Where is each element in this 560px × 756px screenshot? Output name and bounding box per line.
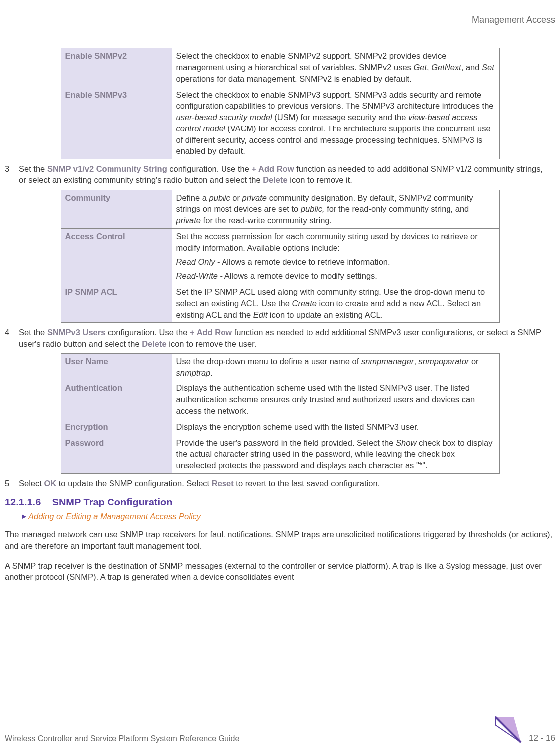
table-row: IP SNMP ACLSet the IP SNMP ACL used alon… — [61, 284, 499, 323]
step-5: 5 Select OK to update the SNMP configura… — [5, 478, 555, 489]
row-label: Enable SNMPv3 — [61, 87, 172, 159]
row-desc: Set the access permission for each commu… — [172, 229, 499, 284]
desc-paragraph: Displays the authentication scheme used … — [176, 382, 495, 416]
step-number: 4 — [5, 327, 19, 349]
bold-text: OK — [44, 479, 56, 488]
italic-text: Read-Write — [176, 271, 218, 280]
step-number: 5 — [5, 478, 19, 489]
bold-text: Reset — [212, 479, 234, 488]
row-desc: Set the IP SNMP ACL used along with comm… — [172, 284, 499, 323]
page-header: Management Access — [5, 14, 555, 26]
table-row: AuthenticationDisplays the authenticatio… — [61, 380, 499, 419]
italic-text: Set — [482, 63, 494, 72]
italic-text: snmpoperator — [419, 357, 469, 366]
italic-text: user-based security model — [176, 113, 272, 122]
row-label: Password — [61, 435, 172, 473]
breadcrumb-link[interactable]: Adding or Editing a Management Access Po… — [28, 511, 201, 522]
row-desc: Displays the encryption scheme used with… — [172, 419, 499, 435]
row-label: IP SNMP ACL — [61, 284, 172, 323]
desc-paragraph: Set the access permission for each commu… — [176, 231, 495, 253]
desc-paragraph: Displays the encryption scheme used with… — [176, 421, 495, 433]
row-label: Community — [61, 190, 172, 228]
table-snmp-enable: Enable SNMPv2Select the checkbox to enab… — [61, 48, 500, 159]
table-row: EncryptionDisplays the encryption scheme… — [61, 419, 499, 435]
table-community-string: CommunityDefine a public or private comm… — [61, 190, 500, 323]
step-4: 4 Set the SNMPv3 Users configuration. Us… — [5, 327, 555, 349]
row-label: User Name — [61, 353, 172, 380]
step-number: 3 — [5, 163, 19, 186]
header-section-title: Management Access — [472, 15, 555, 25]
table-row: Enable SNMPv2Select the checkbox to enab… — [61, 48, 499, 87]
page-number: 12 - 16 — [529, 733, 555, 744]
italic-text: Edit — [253, 310, 267, 319]
italic-text: Create — [292, 299, 317, 308]
step-text: Select OK to update the SNMP configurati… — [19, 478, 552, 489]
row-label: Access Control — [61, 229, 172, 284]
italic-text: private — [242, 193, 267, 202]
italic-text: public — [209, 193, 230, 202]
table-row: User NameUse the drop-down menu to defin… — [61, 353, 499, 380]
desc-paragraph: Read Only - Allows a remote device to re… — [176, 256, 495, 268]
desc-paragraph: Provide the user's password in the field… — [176, 437, 495, 471]
italic-text: private — [176, 216, 201, 225]
row-desc: Provide the user's password in the field… — [172, 435, 499, 473]
row-desc: Displays the authentication scheme used … — [172, 380, 499, 419]
table-row: CommunityDefine a public or private comm… — [61, 190, 499, 228]
bold-text: Delete — [263, 175, 288, 184]
breadcrumb: ▶ Adding or Editing a Management Access … — [22, 511, 555, 522]
bold-text: Delete — [142, 339, 167, 348]
row-desc: Use the drop-down menu to define a user … — [172, 353, 499, 380]
bold-text: + Add Row — [251, 164, 294, 173]
table-row: PasswordProvide the user's password in t… — [61, 435, 499, 473]
bold-text: SNMPv3 Users — [47, 328, 105, 337]
section-heading: 12.1.1.6 SNMP Trap Configuration — [5, 496, 555, 509]
bold-text: + Add Row — [190, 328, 232, 337]
row-desc: Define a public or private community des… — [172, 190, 499, 228]
step-3: 3 Set the SNMP v1/v2 Community String co… — [5, 163, 555, 186]
row-label: Encryption — [61, 419, 172, 435]
brand-logo-icon — [494, 715, 523, 744]
italic-text: Get — [413, 63, 427, 72]
italic-text: public, — [301, 204, 325, 213]
row-label: Authentication — [61, 380, 172, 419]
desc-paragraph: Read-Write - Allows a remote device to m… — [176, 270, 495, 282]
row-desc: Select the checkbox to enable SNMPv3 sup… — [172, 87, 499, 159]
desc-paragraph: Use the drop-down menu to define a user … — [176, 356, 495, 378]
section-title: SNMP Trap Configuration — [52, 497, 173, 507]
italic-text: snmptrap — [176, 368, 211, 377]
italic-text: Read Only — [176, 257, 215, 266]
table-row: Access ControlSet the access permission … — [61, 229, 499, 284]
footer-doc-title: Wireless Controller and Service Platform… — [5, 733, 239, 744]
page-footer: Wireless Controller and Service Platform… — [5, 715, 555, 744]
table-snmpv3-users: User NameUse the drop-down menu to defin… — [61, 353, 500, 474]
row-desc: Select the checkbox to enable SNMPv2 sup… — [172, 48, 499, 87]
step-text: Set the SNMP v1/v2 Community String conf… — [19, 163, 552, 186]
table-row: Enable SNMPv3Select the checkbox to enab… — [61, 87, 499, 159]
desc-paragraph: Define a public or private community des… — [176, 192, 495, 226]
desc-paragraph: Set the IP SNMP ACL used along with comm… — [176, 286, 495, 320]
body-paragraph-2: A SNMP trap receiver is the destination … — [5, 560, 555, 583]
body-paragraph-1: The managed network can use SNMP trap re… — [5, 529, 555, 551]
triangle-icon: ▶ — [22, 512, 26, 520]
italic-text: snmpmanager — [361, 357, 414, 366]
row-label: Enable SNMPv2 — [61, 48, 172, 87]
italic-text: GetNext — [431, 63, 461, 72]
section-number: 12.1.1.6 — [5, 497, 41, 507]
italic-text: Show — [396, 438, 416, 447]
bold-text: SNMP v1/v2 Community String — [47, 164, 167, 173]
step-text: Set the SNMPv3 Users configuration. Use … — [19, 327, 552, 349]
